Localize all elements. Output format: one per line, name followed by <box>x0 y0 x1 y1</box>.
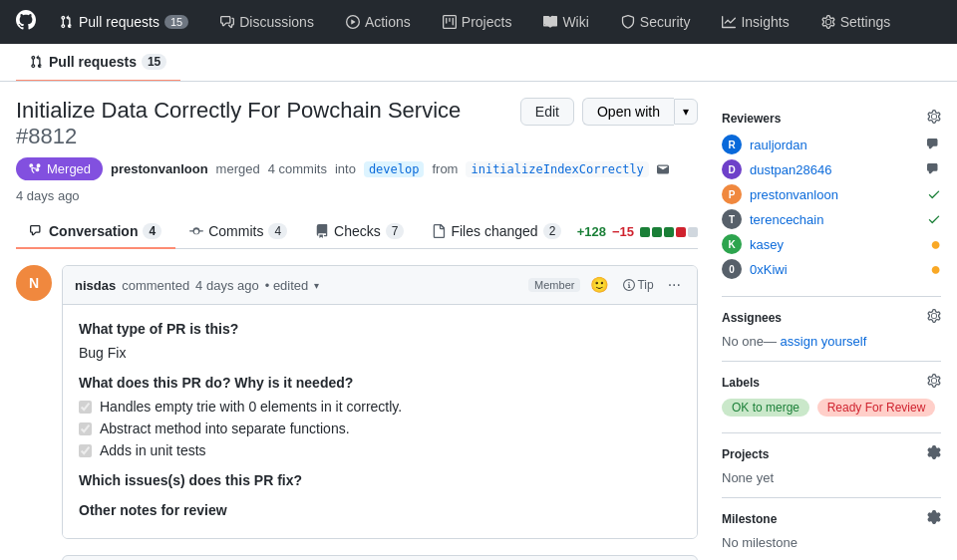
assign-yourself-link[interactable]: assign yourself <box>781 334 867 349</box>
reviewer-row-kasey: K kasey ● <box>722 234 941 254</box>
tab-commits-label: Commits <box>208 223 263 239</box>
repo-tab-pull-requests[interactable]: Pull requests 15 <box>16 44 180 82</box>
projects-gear-icon[interactable] <box>927 445 941 462</box>
comment-body-nisdas: What type of PR is this? Bug Fix What do… <box>63 305 697 538</box>
tab-commits-count: 4 <box>268 223 287 239</box>
label-ready-for-review[interactable]: Ready For Review <box>817 399 936 417</box>
nav-projects[interactable]: Projects <box>435 10 520 34</box>
pr-author: prestonvanloon <box>111 161 208 176</box>
avatar-reviewer-rauljordan: R <box>722 135 742 154</box>
commit-ref-row: initialize index correctly × b3ade31 <box>62 555 698 560</box>
tab-conversation[interactable]: Conversation 4 <box>16 215 175 249</box>
edited-chevron-icon[interactable]: ▾ <box>314 280 319 291</box>
reviewer-row-rauljordan: R rauljordan <box>722 135 941 154</box>
tab-commits[interactable]: Commits 4 <box>175 215 301 249</box>
section-content-1: Bug Fix <box>79 345 681 361</box>
repo-tab-pr-count: 15 <box>142 54 166 70</box>
tab-files-changed[interactable]: Files changed 2 <box>418 215 575 249</box>
nav-wiki[interactable]: Wiki <box>535 10 596 34</box>
top-nav: Pull requests 15 Discussions Actions Pro… <box>0 0 957 44</box>
pr-title: Initialize Data Correctly For Powchain S… <box>16 98 504 149</box>
reviewer-name-0xkiwi[interactable]: 0xKiwi <box>750 262 922 277</box>
milestone-gear-icon[interactable] <box>927 510 941 527</box>
repo-tab-pull-requests-label: Pull requests <box>49 54 137 70</box>
nav-insights[interactable]: Insights <box>714 10 797 34</box>
milestone-none-text: No milestone <box>722 535 798 550</box>
assignees-none-text: No one— assign yourself <box>722 334 941 349</box>
sidebar-projects: Projects None yet <box>722 433 941 498</box>
sidebar-projects-title: Projects <box>722 447 769 461</box>
label-ok-to-merge[interactable]: OK to merge <box>722 399 809 417</box>
sidebar-labels-title: Labels <box>722 376 760 390</box>
sidebar-milestone: Milestone No milestone <box>722 498 941 560</box>
tab-files-changed-label: Files changed <box>451 223 537 239</box>
avatar-reviewer-prestonvanloon: P <box>722 184 742 204</box>
avatar-reviewer-terencechain: T <box>722 209 742 229</box>
reviewer-row-prestonvanloon: P prestonvanloon <box>722 184 941 204</box>
checklist-item-3: Adds in unit tests <box>79 442 681 458</box>
more-actions-button-nisdas[interactable]: ··· <box>664 275 685 295</box>
reviewer-name-rauljordan[interactable]: rauljordan <box>750 138 919 152</box>
reviewer-name-prestonvanloon[interactable]: prestonvanloon <box>750 187 919 202</box>
emoji-react-button[interactable]: 🙂 <box>586 274 613 296</box>
nav-security[interactable]: Security <box>613 10 699 34</box>
check-status-icon-terencechain <box>927 212 941 226</box>
section-heading-4: Other notes for review <box>79 502 681 518</box>
open-with-main-button[interactable]: Open with <box>582 98 674 126</box>
reviewer-row-0xkiwi: 0 0xKiwi ● <box>722 259 941 279</box>
comment-status-icon-rauljordan <box>927 138 941 151</box>
labels-gear-icon[interactable] <box>927 374 941 391</box>
reviewer-name-kasey[interactable]: kasey <box>750 237 922 252</box>
dot-status-icon-kasey: ● <box>930 235 941 253</box>
open-with-button[interactable]: Open with ▾ <box>582 98 698 126</box>
diff-blocks <box>640 227 698 237</box>
pr-target-branch[interactable]: develop <box>364 161 425 177</box>
nav-actions[interactable]: Actions <box>338 10 419 34</box>
pr-source-branch[interactable]: initializeIndexCorrectly <box>466 161 648 177</box>
edit-button[interactable]: Edit <box>520 98 574 126</box>
check-status-icon-prestonvanloon <box>927 187 941 201</box>
tip-button-nisdas[interactable]: Tip <box>619 276 657 294</box>
avatar-reviewer-0xkiwi: 0 <box>722 259 742 279</box>
tab-checks[interactable]: Checks 7 <box>301 215 418 249</box>
reviewer-row-terencechain: T terencechain <box>722 209 941 229</box>
comment-author-nisdas[interactable]: nisdas <box>75 278 116 293</box>
reviewer-name-dustpan[interactable]: dustpan28646 <box>750 162 919 177</box>
sidebar-labels: Labels OK to merge Ready For Review <box>722 362 941 433</box>
nav-pull-requests[interactable]: Pull requests 15 <box>52 10 196 34</box>
projects-none-text: None yet <box>722 470 774 485</box>
sidebar: Reviewers R rauljordan D dustpan28646 P … <box>722 98 941 560</box>
edited-label: • edited <box>265 278 309 293</box>
avatar-reviewer-kasey: K <box>722 234 742 254</box>
tab-checks-count: 7 <box>386 223 405 239</box>
repo-nav: Pull requests 15 <box>0 44 957 82</box>
checklist: Handles empty trie with 0 elements in it… <box>79 399 681 458</box>
comment-card-nisdas: nisdas commented 4 days ago • edited ▾ M… <box>62 265 698 539</box>
diff-additions: +128 <box>577 224 606 239</box>
tab-files-count: 2 <box>543 223 562 239</box>
comment-status-icon-dustpan <box>927 162 941 176</box>
merged-badge: Merged <box>16 157 103 180</box>
merged-badge-label: Merged <box>47 161 91 176</box>
pr-commit-count: 4 commits <box>268 161 327 176</box>
assignees-gear-icon[interactable] <box>927 309 941 326</box>
sidebar-assignees-title: Assignees <box>722 311 782 325</box>
tab-conversation-count: 4 <box>143 223 161 239</box>
comment-with-avatar: N nisdas commented 4 days ago • edited ▾… <box>16 265 698 539</box>
open-with-arrow-button[interactable]: ▾ <box>674 99 698 125</box>
reviewers-gear-icon[interactable] <box>927 110 941 127</box>
diff-deletions: −15 <box>612 224 634 239</box>
nav-discussions[interactable]: Discussions <box>212 10 322 34</box>
nav-settings[interactable]: Settings <box>813 10 899 34</box>
sidebar-milestone-title: Milestone <box>722 512 777 526</box>
dot-status-icon-0xkiwi: ● <box>930 260 941 278</box>
checklist-item-1: Handles empty trie with 0 elements in it… <box>79 399 681 415</box>
pr-number: #8812 <box>16 124 77 148</box>
section-heading-3: Which issues(s) does this PR fix? <box>79 472 681 488</box>
comment-time-nisdas: 4 days ago <box>195 278 259 293</box>
tab-checks-label: Checks <box>334 223 381 239</box>
avatar-reviewer-dustpan: D <box>722 159 742 179</box>
reviewer-name-terencechain[interactable]: terencechain <box>750 212 919 227</box>
github-logo[interactable] <box>16 8 36 36</box>
checklist-item-2: Abstract method into separate functions. <box>79 420 681 436</box>
